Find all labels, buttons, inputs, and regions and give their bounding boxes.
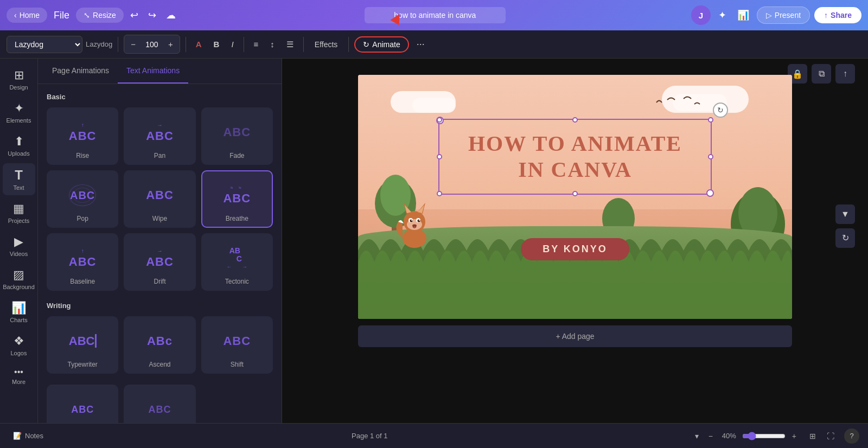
anim-preview-baseline: ↑ ABC [69,242,97,274]
font-size-increase-button[interactable]: + [164,36,177,52]
handle-tr[interactable] [708,117,713,123]
text-color-icon: A [196,40,202,49]
collapse-panel-button[interactable]: ▼ [835,204,855,224]
pan-label: Pan [154,152,165,159]
shift-label: Shift [231,361,244,368]
anim-card-drift[interactable]: → ABC Drift [124,233,195,291]
anim-card-pop[interactable]: ABC Pop [47,170,118,228]
sidebar-item-videos[interactable]: ▶ Videos [3,231,35,261]
share-icon: ↑ [824,11,828,20]
zoom-in-button[interactable]: + [789,430,800,443]
more-options-button[interactable]: ··· [412,36,429,52]
refresh-button[interactable]: ↻ [835,228,855,248]
grid-view-button[interactable]: ⊞ [805,430,820,443]
uploads-icon: ⬆ [14,135,24,149]
font-size-input[interactable] [141,40,163,49]
add-page-button[interactable]: + Add page [358,325,792,347]
anim-card-breathe[interactable]: ≈ ≈ ABC Breathe [201,170,273,228]
canvas-textbox[interactable]: HOW TO ANIMATE IN CANVA ↻ [438,119,712,195]
undo-button[interactable]: ↩ [127,6,142,24]
font-name-display: Lazydog [86,40,112,48]
present-button[interactable]: ▷ Present [757,7,810,24]
sidebar-item-logos[interactable]: ❖ Logos [3,330,35,361]
tab-text-animations[interactable]: Text Animations [118,59,188,84]
font-select[interactable]: Lazydog [7,36,82,53]
breathe-waves-icon: ≈ ≈ [223,185,251,190]
spacing-button[interactable]: ↕ [266,36,279,52]
italic-button[interactable]: I [227,36,238,52]
anim-card-pan[interactable]: → ABC Pan [124,107,195,165]
font-size-decrease-button[interactable]: − [126,36,140,52]
sidebar-item-design[interactable]: ⊞ Design [3,64,35,95]
anim-card-typewriter[interactable]: ABC Typewriter [47,316,118,374]
fullscreen-button[interactable]: ⛶ [822,430,839,443]
help-button[interactable]: ? [844,428,859,444]
document-title-input[interactable] [365,7,506,23]
handle-bc[interactable] [572,191,578,196]
anim-card-extra-1[interactable]: ABC [47,385,118,423]
anim-card-shift[interactable]: ABC Shift [201,316,273,374]
handle-br[interactable] [708,191,713,196]
text-color-button[interactable]: A [192,36,206,52]
writing-animations-grid: ABC Typewriter ABc Ascend AB [47,316,273,374]
handle-bl[interactable] [437,191,442,196]
sidebar-item-charts[interactable]: 📊 Charts [3,297,35,328]
sidebar-item-more[interactable]: ••• More [3,363,35,389]
breathe-label: Breathe [226,215,248,222]
rotate-handle[interactable]: ↻ [713,103,728,118]
handle-tl[interactable] [437,117,442,123]
canvas-text-line2: IN CANVA [450,157,700,183]
collapse-button[interactable]: ▾ [692,430,702,443]
tectonic-arrow-left-icon: ← [227,264,232,270]
anim-card-ascend[interactable]: ABc Ascend [124,316,195,374]
bold-button[interactable]: B [209,36,224,52]
avatar[interactable]: J [691,5,711,25]
panel-scroll-area[interactable]: Basic ↑ ABC Rise [38,84,282,423]
home-button[interactable]: ‹ Home [7,8,47,23]
export-button[interactable]: ↑ [835,64,855,84]
text-icon: T [15,168,23,183]
sidebar-item-text[interactable]: T Text [3,163,35,195]
file-button[interactable]: File [50,7,73,24]
duplicate-button[interactable]: ⧉ [812,64,831,84]
sidebar-item-projects[interactable]: ▦ Projects [3,197,35,228]
redo-button[interactable]: ↪ [145,6,159,24]
share-button[interactable]: ↑ Share [814,7,861,23]
share-label: Share [831,11,852,20]
drift-label: Drift [154,278,165,285]
anim-preview-breathe: ≈ ≈ ABC [223,179,251,212]
align-button[interactable]: ≡ [250,36,263,52]
anim-card-wipe[interactable]: ABC → ← Wipe [124,170,195,228]
canvas-right-tools: ▼ ↻ [835,204,855,248]
notes-button[interactable]: 📝 Notes [9,430,48,442]
anim-card-rise[interactable]: ↑ ABC Rise [47,107,118,165]
analytics-button[interactable]: 📊 [734,6,752,24]
file-label: File [54,10,69,21]
list-button[interactable]: ☰ [282,36,298,53]
svg-point-17 [410,220,413,222]
present-label: Present [775,11,801,20]
tab-page-animations[interactable]: Page Animations [43,59,118,84]
sidebar-item-elements[interactable]: ✦ Elements [3,97,35,128]
zoom-out-button[interactable]: − [705,430,716,443]
sidebar-item-background[interactable]: ▨ Background [3,264,35,295]
zoom-slider[interactable] [742,432,786,440]
pop-label: Pop [76,215,88,222]
animate-button[interactable]: ↻ Animate [354,36,409,53]
anim-card-baseline[interactable]: ↑ ABC Baseline [47,233,118,291]
cloud-save-icon[interactable]: ☁ [163,6,179,24]
resize-icon: ⤡ [84,11,90,20]
handle-mr[interactable] [708,154,713,159]
anim-preview-shift: ABC [223,325,251,357]
anim-card-extra-2[interactable]: ABC [124,385,195,423]
resize-button[interactable]: ⤡ Resize [76,8,124,23]
add-collaborator-button[interactable]: ✦ [715,6,730,24]
handle-ml[interactable] [437,154,442,159]
anim-card-fade[interactable]: ABC Fade [201,107,273,165]
handle-tc[interactable] [572,117,578,123]
effects-button[interactable]: Effects [309,37,343,52]
anim-card-tectonic[interactable]: AB C ← → Tectonic [201,233,273,291]
more-label: More [12,379,25,385]
sidebar-item-uploads[interactable]: ⬆ Uploads [3,130,35,161]
fade-label: Fade [229,152,244,159]
